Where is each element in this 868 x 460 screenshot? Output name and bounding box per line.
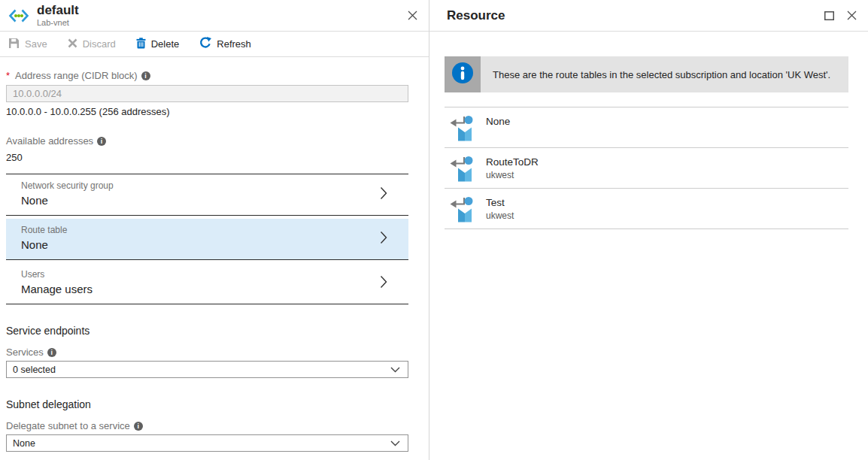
route-table-selector[interactable]: Route table None: [6, 219, 408, 260]
route-table-list: None RouteT: [445, 107, 848, 229]
info-icon[interactable]: i: [141, 71, 150, 80]
refresh-icon: [199, 37, 211, 51]
address-range-summary: 10.0.0.0 - 10.0.0.255 (256 addresses): [6, 106, 408, 117]
list-item-routetodr[interactable]: RouteToDR ukwest: [445, 148, 848, 189]
info-banner-text: These are the route tables in the select…: [481, 56, 848, 92]
discard-button[interactable]: Discard: [68, 38, 116, 50]
close-icon[interactable]: [408, 11, 417, 20]
subnet-form: * Address range (CIDR block) i 10.0.0.0 …: [0, 57, 429, 452]
chevron-right-icon: [380, 231, 387, 247]
discard-label: Discard: [83, 38, 116, 50]
resource-picker: These are the route tables in the select…: [429, 32, 868, 229]
route-table-name: RouteToDR: [486, 156, 539, 168]
available-addresses-label: Available addresses i: [6, 135, 408, 147]
available-addresses-value: 250: [6, 152, 408, 163]
address-range-input[interactable]: [6, 85, 408, 102]
chevron-down-icon: [390, 438, 400, 449]
resource-blade-header: Resource: [429, 0, 868, 32]
route-table-icon: [448, 155, 475, 182]
refresh-label: Refresh: [217, 38, 251, 50]
route-table-name: None: [486, 116, 510, 127]
delete-icon: [136, 38, 146, 51]
required-asterisk: *: [6, 70, 10, 81]
resource-blade: Resource: [429, 0, 868, 460]
blade-title: default: [37, 4, 79, 17]
delegate-subnet-dropdown[interactable]: None: [6, 434, 408, 452]
subnet-toolbar: Save Discard: [0, 32, 429, 57]
subnet-icon: [8, 5, 30, 27]
network-security-group-selector[interactable]: Network security group None: [6, 174, 408, 216]
blade-subtitle: Lab-vnet: [37, 19, 79, 28]
info-icon[interactable]: i: [134, 422, 143, 431]
save-icon: [8, 38, 20, 51]
services-label: Services i: [6, 347, 408, 358]
route-table-name: Test: [486, 197, 514, 208]
info-banner: These are the route tables in the select…: [445, 56, 848, 92]
chevron-down-icon: [390, 365, 400, 375]
maximize-icon[interactable]: [824, 11, 834, 20]
save-label: Save: [25, 38, 47, 50]
chevron-right-icon: [380, 186, 387, 203]
subnet-selectors: Network security group None Route table …: [6, 174, 408, 304]
subnet-blade: default Lab-vnet Save: [0, 0, 429, 460]
blade-title: Resource: [447, 8, 505, 23]
info-icon[interactable]: i: [47, 348, 56, 357]
subnet-delegation-heading: Subnet delegation: [6, 398, 408, 410]
list-item-none[interactable]: None: [445, 107, 848, 148]
route-table-location: [486, 129, 510, 140]
subnet-blade-header: default Lab-vnet: [0, 0, 429, 32]
info-banner-iconbox: [445, 56, 481, 92]
subnet-blade-titles: default Lab-vnet: [37, 4, 79, 27]
services-dropdown[interactable]: 0 selected: [6, 361, 408, 378]
info-icon[interactable]: i: [97, 137, 106, 146]
save-button[interactable]: Save: [8, 38, 47, 51]
delegate-subnet-label: Delegate subnet to a service i: [6, 420, 408, 431]
route-table-location: ukwest: [486, 170, 539, 180]
chevron-right-icon: [380, 275, 387, 292]
route-table-icon: [448, 114, 475, 141]
info-icon: [451, 62, 474, 87]
service-endpoints-heading: Service endpoints: [6, 325, 408, 337]
delete-label: Delete: [151, 38, 180, 50]
route-table-location: ukwest: [486, 210, 514, 221]
azure-portal-blades: default Lab-vnet Save: [0, 0, 868, 460]
refresh-button[interactable]: Refresh: [199, 37, 251, 51]
users-selector[interactable]: Users Manage users: [6, 263, 408, 304]
delete-button[interactable]: Delete: [136, 38, 180, 51]
close-icon[interactable]: [847, 11, 857, 20]
address-range-label: * Address range (CIDR block) i: [6, 70, 408, 81]
discard-icon: [68, 38, 77, 50]
list-item-test[interactable]: Test ukwest: [445, 189, 848, 229]
route-table-icon: [448, 195, 475, 222]
